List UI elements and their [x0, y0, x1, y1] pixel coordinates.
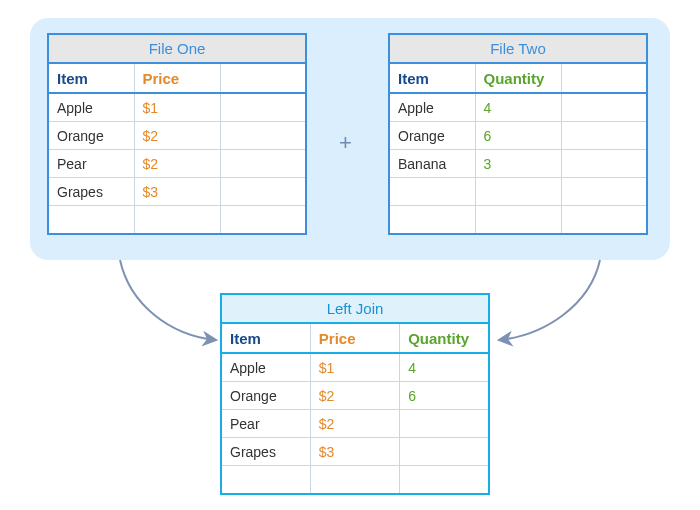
table-row: Apple $1: [48, 93, 306, 122]
file-one-col-price: Price: [134, 63, 220, 93]
arrow-right-icon: [490, 255, 620, 355]
table-row: Apple 4: [389, 93, 647, 122]
table-row: [48, 206, 306, 234]
file-two-col-qty: Quantity: [475, 63, 561, 93]
table-row: [389, 178, 647, 206]
file-one-table: File One Item Price Apple $1 Orange $2 P…: [47, 33, 307, 235]
result-col-qty: Quantity: [400, 323, 489, 353]
table-row: Orange $2: [48, 122, 306, 150]
table-row: Grapes $3: [48, 178, 306, 206]
plus-icon: +: [339, 130, 352, 156]
file-two-title: File Two: [388, 33, 648, 62]
result-title: Left Join: [220, 293, 490, 322]
file-one-title: File One: [47, 33, 307, 62]
result-col-price: Price: [310, 323, 399, 353]
result-table: Left Join Item Price Quantity Apple $1 4…: [220, 293, 490, 495]
table-row: Pear $2: [48, 150, 306, 178]
file-two-col-item: Item: [389, 63, 475, 93]
table-row: Orange $2 6: [221, 382, 489, 410]
table-row: Grapes $3: [221, 438, 489, 466]
table-row: Banana 3: [389, 150, 647, 178]
table-row: [221, 466, 489, 494]
file-two-col-blank: [561, 63, 647, 93]
table-row: [389, 206, 647, 234]
file-two-table: File Two Item Quantity Apple 4 Orange 6 …: [388, 33, 648, 235]
result-col-item: Item: [221, 323, 310, 353]
table-row: Apple $1 4: [221, 353, 489, 382]
file-one-col-item: Item: [48, 63, 134, 93]
table-row: Pear $2: [221, 410, 489, 438]
file-one-col-blank: [220, 63, 306, 93]
arrow-left-icon: [100, 255, 230, 355]
table-row: Orange 6: [389, 122, 647, 150]
